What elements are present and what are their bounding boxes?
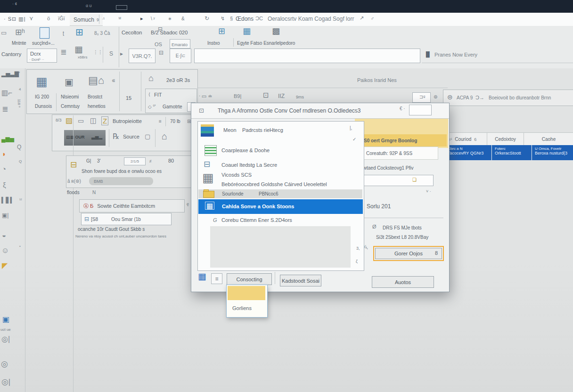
fit-label[interactable]: FIT xyxy=(154,92,162,98)
badge-icon[interactable]: ▣ xyxy=(65,76,74,88)
dcrx-dropdown[interactable]: Dcrx · Dcnt¹ ·· xyxy=(27,49,57,63)
sucinds-label[interactable]: sucçlnd»... xyxy=(32,41,55,46)
dot-icon[interactable]: ö xyxy=(47,16,50,21)
group1-line1[interactable]: IG 200 xyxy=(35,94,49,99)
tab-somuch[interactable]: Somuch 9 xyxy=(70,14,103,26)
chart-preview-image[interactable]: ▤▦ OUR ▃▅▂ xyxy=(64,130,106,146)
cantorry-label[interactable]: Cantorry xyxy=(1,51,21,57)
pie-outline-icon[interactable]: ◔ xyxy=(2,165,6,173)
footer-grid-icon[interactable]: ▦ xyxy=(198,271,206,282)
list-item-meon[interactable]: Meon Padrcsts rieHtecg |, xyxy=(198,122,363,140)
scrollbar-mark-1[interactable]: 3, xyxy=(356,246,360,251)
dialog-titlebar[interactable]: ⊡ Thga A Afromno Ostle Conv Coef rndlres… xyxy=(191,103,449,119)
options-label[interactable]: Œdons xyxy=(236,16,254,22)
column-chart-icon[interactable]: ▍▋▍ xyxy=(1,197,15,204)
list-item-selected[interactable]: ▦ Cahlda Sonve a Oonk Stoons xyxy=(198,199,363,214)
picture-icon[interactable]: ▨ xyxy=(65,116,73,125)
home-icon[interactable]: ⌂ xyxy=(148,74,154,83)
form-hbox[interactable]: 2/1/5 xyxy=(124,157,146,165)
dialog-help-button[interactable] xyxy=(409,105,432,115)
undo-icon[interactable]: ⋎ xyxy=(29,15,33,22)
slide-icon[interactable]: ▣| xyxy=(2,212,8,219)
menu-icon[interactable]: ïĜï xyxy=(58,16,65,21)
green-chart-icon[interactable]: ▄▆▅ xyxy=(1,136,14,142)
source-centre-box[interactable]: Ⓐ Ƃ Sowte Ceithte Eamtxitcm xyxy=(79,199,185,212)
formula-bar-input[interactable] xyxy=(194,49,420,63)
v3r-box[interactable]: V3R.Q?. xyxy=(129,49,156,63)
house-icon[interactable]: ⌂ xyxy=(162,131,167,142)
group3-line1[interactable]: Brostct xyxy=(88,94,102,99)
side-yellow-item[interactable]: S0 oert Grngre Boonlog xyxy=(357,134,447,147)
frame-icon[interactable]: ▭ xyxy=(78,117,84,124)
group2-line1[interactable]: Nlsieomi xyxy=(61,94,79,99)
table-cell-3[interactable]: U Omca, Fovetr Beroxa nusturd(3 xyxy=(532,145,573,160)
export-table-icon[interactable]: ▩ xyxy=(272,26,280,36)
refresh-icon[interactable]: ƆC xyxy=(255,16,263,21)
image-frame-icon[interactable]: ▣ xyxy=(2,315,9,324)
footer-list-button[interactable]: ≡ xyxy=(211,273,222,284)
table-header-2[interactable]: Cedoixtoy xyxy=(487,137,516,142)
mntnte-label[interactable]: Mntnte xyxy=(12,41,26,46)
orange-curve-icon[interactable]: ◗ xyxy=(2,150,6,158)
teardrop-icon[interactable]: ◒ xyxy=(2,231,6,239)
avatar-icon-2[interactable]: ◎ xyxy=(1,359,8,369)
face-icon[interactable]: ☺ xyxy=(1,246,9,255)
os-box-icon[interactable]: ⊟ xyxy=(158,26,163,33)
dropdown-item-gorliens[interactable]: Gorliens xyxy=(227,301,266,315)
smart-row[interactable]: ⊟ [S8 Oou Smar (1b xyxy=(81,213,172,225)
camera-icon[interactable]: ▢ xyxy=(145,133,150,140)
options-icon[interactable]: § xyxy=(230,16,233,21)
emarato-box[interactable]: Emarato lvtomy xyxy=(170,39,190,49)
z-icon[interactable]: Z xyxy=(101,116,108,125)
cursor-icon[interactable]: ▸ xyxy=(140,16,143,22)
form-pill-field[interactable]: BMB xyxy=(89,177,153,185)
cecolton-label[interactable]: Cecolton xyxy=(122,30,142,35)
list-item-bebo[interactable]: Bebóréoocxbred Goldsshe Cáirved Ueoelett… xyxy=(198,180,363,189)
key-icon[interactable]: S xyxy=(109,50,113,57)
table-cell-1[interactable]: Cbrc a N TacocevRY QGNr3 xyxy=(445,145,491,160)
connecting-button[interactable]: Consocting xyxy=(227,273,272,285)
avatar-icon-3[interactable]: ◎| xyxy=(1,377,10,387)
options-button[interactable]: Gorer Oojos 8 xyxy=(375,248,442,259)
shape-icon[interactable]: ▭ xyxy=(1,29,7,36)
pivot-table-icon[interactable]: ▦ xyxy=(74,44,83,55)
grid-table-icon[interactable]: ▦ xyxy=(243,26,251,36)
stamp-icon[interactable]: ⊜ xyxy=(447,93,453,101)
gamotrte-label[interactable]: Gamotrte xyxy=(163,104,182,109)
table-header-1[interactable]: Couriod xyxy=(455,137,471,142)
keyboard-button[interactable]: Kadstoodt Sosai xyxy=(280,275,321,286)
source-label[interactable]: Source xyxy=(123,134,139,139)
scrollbar-mark-2[interactable]: ζ xyxy=(356,259,358,264)
wedge-icon[interactable]: ◤ xyxy=(2,261,8,270)
magnifier-icon[interactable]: Q xyxy=(17,144,21,150)
redirect-icon[interactable]: Ɔ→ xyxy=(475,95,484,100)
list-item-coauel[interactable]: Coauel Itedstg La Secre xyxy=(198,159,363,171)
fx-box[interactable]: E·ʃ⊂ xyxy=(170,49,191,63)
t-icon[interactable]: ʈ xyxy=(63,30,64,36)
list-item-vicosds[interactable]: Vicosds SCS xyxy=(198,171,363,180)
play-icon[interactable]: ▸ xyxy=(120,50,123,57)
table-pen-icon[interactable]: ⊞ xyxy=(75,26,83,38)
list-item-sourlonde[interactable]: Sourlonde PBNcoc6 xyxy=(198,189,362,198)
rx-icon[interactable]: ℞ xyxy=(113,132,119,141)
calc-icon[interactable]: ⊟ xyxy=(159,49,164,56)
autos-button[interactable]: Auotos xyxy=(372,276,434,288)
side-white-item[interactable]: Coreatuth: 92P & 9SS xyxy=(360,147,438,160)
share-icon[interactable]: ↗ xyxy=(360,15,364,21)
list-item-corebu[interactable]: G Corebu Cttemn Ener S.2D4ors xyxy=(198,215,363,225)
buildings-icon[interactable]: ▥⌐ xyxy=(1,89,12,97)
align-lines-icon[interactable]: ≣ xyxy=(60,48,66,57)
clipboard-icon[interactable] xyxy=(40,27,49,39)
pin-icon[interactable]: ♂ xyxy=(370,16,374,21)
lock-icon[interactable]: ◫ xyxy=(90,116,97,125)
side-field-input[interactable]: ❏ xyxy=(361,175,434,186)
building-grid-icon[interactable]: ⊞ʰ xyxy=(15,27,25,37)
table-cell-2[interactable]: Foterc OrkeracStoott xyxy=(492,145,532,160)
side-caret[interactable]: ˅ · xyxy=(426,189,431,194)
scribble-icon[interactable]: ξ xyxy=(3,181,6,189)
egyte-label[interactable]: Egyte Fatso Esnarlelpedoro xyxy=(237,41,295,46)
document-icons[interactable]: · S⊡ ▥| xyxy=(4,16,26,22)
bar-chart-icon[interactable]: ▂▅▃▇ xyxy=(1,71,19,77)
avatar-icon-1[interactable]: ◎| xyxy=(1,335,10,343)
datasheet-icon[interactable]: ▦ xyxy=(36,74,48,89)
